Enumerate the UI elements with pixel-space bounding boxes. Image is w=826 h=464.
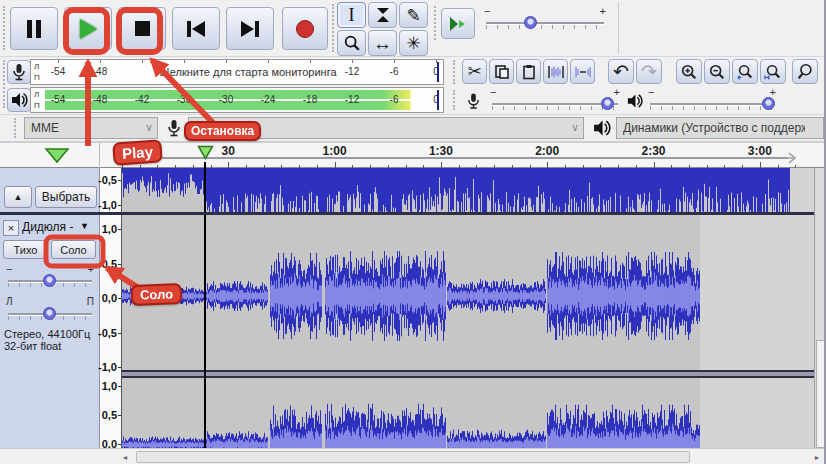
undo-button[interactable]: ↶ <box>608 59 634 84</box>
skip-to-start-icon <box>187 21 205 37</box>
pan-slider[interactable]: Л П <box>8 307 92 321</box>
device-grip[interactable] <box>14 118 19 138</box>
gain-slider[interactable]: − + <box>8 274 92 288</box>
playback-device-value: Динамики (Устройство с поддержк <box>623 121 805 135</box>
gain-plus-label: + <box>88 263 94 275</box>
zoom-in-button[interactable] <box>676 59 702 84</box>
record-button[interactable] <box>282 7 328 50</box>
draw-tool-button[interactable]: ✎ <box>399 2 428 28</box>
selection-tool-button[interactable]: I <box>337 2 366 28</box>
toolbar-grip[interactable] <box>3 6 8 50</box>
trim-audio-icon <box>547 64 565 80</box>
playhead-line <box>204 215 206 448</box>
track-1-wave-area[interactable] <box>122 168 814 212</box>
gain-slider-thumb[interactable] <box>43 274 56 287</box>
zoom-out-button[interactable] <box>704 59 730 84</box>
timeline-ruler[interactable]: 0301:001:302:002:303:00 <box>100 143 826 168</box>
track-2-waveform-ch2[interactable] <box>122 378 700 448</box>
fit-selection-button[interactable] <box>732 59 758 84</box>
fit-selection-icon <box>736 63 754 81</box>
collapse-track-button[interactable]: ▲ <box>4 186 32 208</box>
mixer-speaker-icon <box>626 92 643 110</box>
meter-left-label: Л <box>34 91 39 99</box>
playback-device-combo[interactable]: Динамики (Устройство с поддержк <box>616 117 824 139</box>
playback-meter-speaker-button[interactable] <box>7 88 31 112</box>
solo-annotation-label: Соло <box>131 283 183 306</box>
zoom-in-icon <box>680 63 698 81</box>
scroll-left-button[interactable]: ◄ <box>118 451 132 463</box>
pause-button[interactable] <box>10 7 58 50</box>
audio-host-combo[interactable]: MME ∨ <box>24 117 158 139</box>
recording-meter-message[interactable]: Щелкните для старта мониторинга <box>156 66 339 78</box>
recording-meter[interactable]: Л П -54-48-12-60 Щелкните для старта мон… <box>30 59 444 85</box>
envelope-tool-button[interactable] <box>368 2 397 28</box>
mixer-plus-label: + <box>614 86 620 98</box>
speed-slider-thumb[interactable] <box>524 16 537 29</box>
track-menu-arrow-icon[interactable]: ▼ <box>80 221 89 231</box>
pan-slider-thumb[interactable] <box>43 307 56 320</box>
recording-volume-slider[interactable]: − + <box>492 97 618 111</box>
collapse-arrow-icon: ▲ <box>14 192 23 202</box>
playback-volume-slider[interactable]: − + <box>650 97 774 111</box>
mixer-minus-label: − <box>490 86 496 98</box>
fit-project-button[interactable] <box>760 59 786 84</box>
zoom-toggle-icon <box>796 63 814 81</box>
playback-meter[interactable]: Л П -54-48-42-36-30-24-18-12-60 <box>30 87 444 113</box>
track-1-waveform[interactable] <box>122 168 790 212</box>
play-at-speed-button[interactable] <box>441 8 475 39</box>
multi-tool-button[interactable]: ✳ <box>399 30 428 56</box>
device-speaker-icon <box>592 118 611 138</box>
play-annotation-label: Play <box>112 139 162 165</box>
envelope-icon <box>374 6 392 24</box>
timeshift-tool-button[interactable]: ↔ <box>368 30 397 56</box>
mixer-grip[interactable] <box>453 90 458 110</box>
recording-meter-mic-button[interactable] <box>7 60 31 84</box>
stop-button[interactable] <box>118 7 166 50</box>
trim-audio-button[interactable] <box>543 59 568 84</box>
paste-button[interactable] <box>516 59 541 84</box>
horizontal-scrollbar[interactable]: ◄ ► <box>0 448 826 464</box>
vertical-scrollbar[interactable] <box>814 168 826 448</box>
edit-grip[interactable] <box>453 60 458 84</box>
play-at-speed-icon <box>448 15 468 33</box>
transcription-grip[interactable] <box>434 6 439 40</box>
track-2-wave-area[interactable] <box>122 215 814 448</box>
channel-divider[interactable] <box>122 370 814 378</box>
recording-volume-thumb[interactable] <box>601 97 614 110</box>
track-2-waveform-ch1[interactable] <box>122 222 700 370</box>
redo-button[interactable]: ↷ <box>636 59 662 84</box>
quick-play-end-arrow-icon <box>782 150 798 166</box>
playback-speed-slider[interactable]: − + <box>486 16 604 30</box>
cut-button[interactable]: ✂ <box>462 59 487 84</box>
horizontal-scrollbar-thumb[interactable] <box>136 451 690 463</box>
toolbar-divider <box>618 2 619 54</box>
play-button[interactable] <box>64 7 112 50</box>
copy-button[interactable] <box>489 59 514 84</box>
track-2-vertical-ruler[interactable]: 1,00,50,0-0,5-1,0 1,00,50,0 <box>100 215 122 448</box>
zoom-toggle-button[interactable] <box>792 59 818 84</box>
vertical-scrollbar-thumb[interactable] <box>816 340 826 448</box>
pinned-play-head-button[interactable] <box>44 147 70 164</box>
pencil-icon: ✎ <box>406 7 420 24</box>
speed-minus-label: − <box>484 5 490 17</box>
fit-project-icon <box>764 63 782 81</box>
mute-button[interactable]: Тихо <box>3 240 48 259</box>
select-track-button[interactable]: Выбрать <box>35 186 97 208</box>
mixer-minus-label: − <box>648 86 654 98</box>
close-track-button[interactable]: × <box>3 220 19 236</box>
playback-volume-thumb[interactable] <box>762 97 775 110</box>
track-2-control-panel[interactable]: × Дидюля - ▼ Тихо Соло − + Л П <box>0 215 100 448</box>
track-1-vertical-ruler[interactable]: -0,5-1,0 <box>100 168 122 212</box>
silence-audio-button[interactable] <box>570 59 595 84</box>
scroll-right-button[interactable]: ► <box>810 451 824 463</box>
zoom-tool-button[interactable] <box>337 30 366 56</box>
track-depth-label: 32-бит float <box>4 340 90 352</box>
close-icon: × <box>8 222 14 234</box>
speed-plus-label: + <box>600 5 606 17</box>
skip-to-end-button[interactable] <box>226 7 274 50</box>
skip-to-start-button[interactable] <box>172 7 220 50</box>
solo-button[interactable]: Соло <box>51 240 96 259</box>
playhead-triangle-icon <box>197 145 214 160</box>
playback-meter-scale: -54-48-42-36-30-24-18-12-60 <box>31 88 443 112</box>
track-1-control-panel[interactable]: ▲ Выбрать <box>0 168 100 212</box>
